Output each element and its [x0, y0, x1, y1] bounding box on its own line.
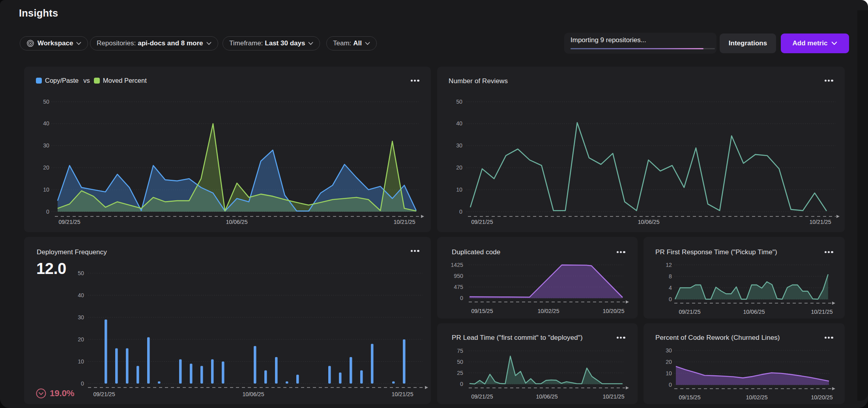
svg-text:12: 12 [666, 262, 672, 268]
svg-text:30: 30 [78, 314, 84, 320]
svg-text:10/21/25: 10/21/25 [811, 309, 832, 315]
svg-text:30: 30 [456, 142, 462, 149]
svg-text:0: 0 [669, 296, 672, 302]
svg-text:09/15/25: 09/15/25 [471, 308, 493, 314]
svg-text:10/06/25: 10/06/25 [536, 393, 557, 400]
svg-text:40: 40 [43, 120, 49, 127]
svg-text:09/21/25: 09/21/25 [93, 391, 115, 397]
svg-text:10/06/25: 10/06/25 [242, 391, 264, 397]
svg-text:0: 0 [81, 380, 84, 387]
svg-text:10/21/25: 10/21/25 [393, 219, 415, 225]
svg-text:0: 0 [460, 381, 463, 387]
svg-text:10/20/25: 10/20/25 [602, 308, 624, 314]
svg-text:10/02/25: 10/02/25 [537, 308, 559, 314]
svg-text:10/02/25: 10/02/25 [746, 394, 767, 401]
svg-text:10: 10 [43, 186, 49, 193]
svg-text:0: 0 [460, 295, 463, 301]
svg-text:09/21/25: 09/21/25 [58, 219, 80, 225]
svg-text:50: 50 [43, 99, 49, 105]
svg-text:1425: 1425 [451, 262, 463, 268]
svg-text:30: 30 [43, 142, 49, 149]
svg-text:50: 50 [78, 270, 84, 276]
svg-text:09/15/25: 09/15/25 [679, 394, 700, 401]
svg-text:75: 75 [457, 348, 463, 354]
svg-text:20: 20 [78, 336, 84, 343]
svg-text:10/06/25: 10/06/25 [226, 219, 247, 225]
svg-text:09/21/25: 09/21/25 [679, 309, 700, 315]
svg-text:50: 50 [456, 99, 462, 105]
svg-text:10/21/25: 10/21/25 [809, 219, 831, 225]
svg-text:40: 40 [456, 120, 462, 127]
svg-text:10/06/25: 10/06/25 [638, 219, 659, 225]
svg-text:10: 10 [666, 370, 672, 376]
svg-text:20: 20 [456, 164, 462, 171]
svg-text:10/21/25: 10/21/25 [602, 393, 624, 400]
svg-text:20: 20 [666, 359, 672, 365]
svg-text:25: 25 [457, 370, 463, 376]
svg-text:0: 0 [46, 209, 49, 215]
svg-text:09/21/25: 09/21/25 [471, 219, 493, 225]
svg-text:10: 10 [456, 186, 462, 193]
svg-text:8: 8 [669, 273, 672, 279]
svg-text:10: 10 [78, 358, 84, 365]
svg-text:950: 950 [454, 273, 463, 279]
svg-text:10/21/25: 10/21/25 [391, 391, 413, 397]
svg-text:10/06/25: 10/06/25 [743, 309, 765, 315]
svg-text:10/20/25: 10/20/25 [811, 394, 832, 401]
svg-text:40: 40 [78, 292, 84, 298]
svg-text:0: 0 [669, 382, 672, 388]
svg-text:0: 0 [459, 209, 462, 215]
svg-text:475: 475 [454, 284, 463, 290]
svg-text:30: 30 [666, 347, 672, 354]
svg-text:09/21/25: 09/21/25 [471, 393, 493, 400]
svg-text:50: 50 [457, 359, 463, 365]
svg-text:20: 20 [43, 164, 49, 171]
svg-text:4: 4 [669, 285, 672, 291]
